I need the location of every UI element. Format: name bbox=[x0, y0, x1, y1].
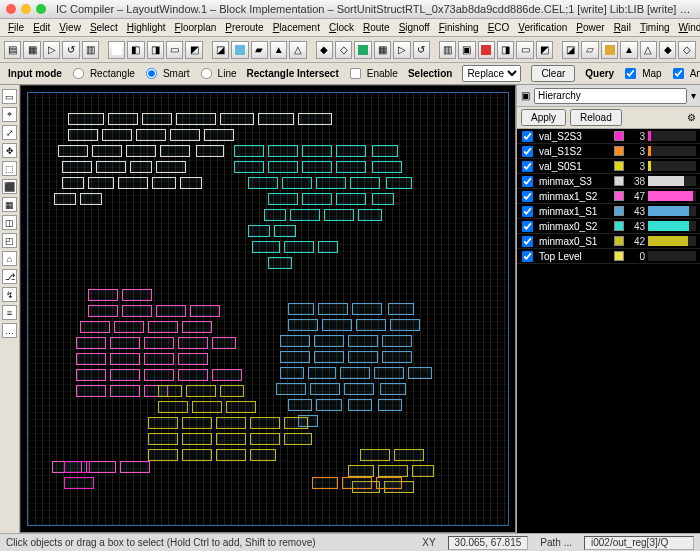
tool-button[interactable]: ▤ bbox=[4, 41, 21, 59]
layout-cell[interactable] bbox=[290, 209, 320, 221]
layout-cell[interactable] bbox=[62, 177, 84, 189]
tool-button[interactable]: ▭ bbox=[516, 41, 533, 59]
layout-cell[interactable] bbox=[282, 177, 312, 189]
layout-cell[interactable] bbox=[336, 145, 366, 157]
side-tool[interactable]: ▭ bbox=[2, 89, 17, 104]
side-tool[interactable]: ▦ bbox=[2, 197, 17, 212]
layout-cell[interactable] bbox=[386, 177, 412, 189]
layout-cell[interactable] bbox=[212, 337, 236, 349]
layout-cell[interactable] bbox=[64, 477, 94, 489]
hierarchy-row[interactable]: val_S2S33 bbox=[517, 129, 700, 144]
tool-button[interactable]: ↺ bbox=[413, 41, 430, 59]
layout-cell[interactable] bbox=[110, 369, 140, 381]
menu-eco[interactable]: ECO bbox=[484, 20, 514, 35]
layout-cell[interactable] bbox=[68, 129, 98, 141]
menu-window[interactable]: Window bbox=[675, 20, 700, 35]
layout-cell[interactable] bbox=[374, 367, 404, 379]
layout-cell[interactable] bbox=[80, 193, 102, 205]
layout-cell[interactable] bbox=[314, 351, 344, 363]
layout-cell[interactable] bbox=[234, 161, 264, 173]
clear-button[interactable]: Clear bbox=[531, 65, 575, 82]
layout-cell[interactable] bbox=[268, 161, 298, 173]
layout-cell[interactable] bbox=[322, 319, 352, 331]
layout-cell[interactable] bbox=[88, 289, 118, 301]
side-tool[interactable]: ⤢ bbox=[2, 125, 17, 140]
layout-cell[interactable] bbox=[248, 177, 278, 189]
layout-cell[interactable] bbox=[302, 193, 332, 205]
layout-cell[interactable] bbox=[196, 145, 224, 157]
layout-cell[interactable] bbox=[144, 337, 174, 349]
layout-cell[interactable] bbox=[156, 161, 186, 173]
layout-cell[interactable] bbox=[276, 383, 306, 395]
layout-cell[interactable] bbox=[284, 417, 308, 429]
layout-cell[interactable] bbox=[182, 417, 212, 429]
layout-cell[interactable] bbox=[178, 369, 208, 381]
layout-cell[interactable] bbox=[264, 209, 286, 221]
layout-cell[interactable] bbox=[308, 367, 336, 379]
layout-cell[interactable] bbox=[352, 303, 382, 315]
layout-cell[interactable] bbox=[378, 399, 402, 411]
layout-cell[interactable] bbox=[274, 225, 296, 237]
gear-icon[interactable]: ⚙ bbox=[687, 112, 696, 123]
row-toggle[interactable] bbox=[522, 205, 533, 216]
layout-cell[interactable] bbox=[372, 145, 398, 157]
layout-cell[interactable] bbox=[156, 305, 186, 317]
layout-cell[interactable] bbox=[250, 449, 276, 461]
menu-edit[interactable]: Edit bbox=[29, 20, 54, 35]
tool-button[interactable]: ▥ bbox=[439, 41, 456, 59]
line-radio[interactable]: Line bbox=[200, 67, 237, 80]
layout-cell[interactable] bbox=[144, 369, 174, 381]
menu-rail[interactable]: Rail bbox=[610, 20, 635, 35]
tool-button[interactable]: ◨ bbox=[147, 41, 164, 59]
layout-cell[interactable] bbox=[110, 353, 140, 365]
menu-file[interactable]: File bbox=[4, 20, 28, 35]
menu-select[interactable]: Select bbox=[86, 20, 122, 35]
close-icon[interactable] bbox=[6, 4, 16, 14]
layout-cell[interactable] bbox=[318, 303, 348, 315]
tool-button[interactable] bbox=[478, 41, 495, 59]
tool-button[interactable]: ◪ bbox=[562, 41, 579, 59]
hierarchy-title-field[interactable] bbox=[534, 88, 687, 104]
layout-cell[interactable] bbox=[190, 305, 220, 317]
layout-cell[interactable] bbox=[348, 399, 372, 411]
layout-cell[interactable] bbox=[336, 193, 366, 205]
menu-placement[interactable]: Placement bbox=[269, 20, 324, 35]
row-toggle[interactable] bbox=[522, 145, 533, 156]
layout-cell[interactable] bbox=[250, 417, 280, 429]
layout-cell[interactable] bbox=[388, 303, 414, 315]
layout-cell[interactable] bbox=[152, 177, 176, 189]
layout-cell[interactable] bbox=[252, 241, 280, 253]
layout-cell[interactable] bbox=[204, 129, 234, 141]
hierarchy-row[interactable]: Top Level0 bbox=[517, 249, 700, 264]
layout-cell[interactable] bbox=[76, 353, 106, 365]
layout-cell[interactable] bbox=[76, 385, 106, 397]
menu-route[interactable]: Route bbox=[359, 20, 394, 35]
layout-cell[interactable] bbox=[358, 209, 382, 221]
reload-button[interactable]: Reload bbox=[570, 109, 622, 126]
rectangle-radio[interactable]: Rectangle bbox=[72, 67, 135, 80]
tool-button[interactable]: ◇ bbox=[678, 41, 695, 59]
layout-cell[interactable] bbox=[268, 145, 298, 157]
menu-finishing[interactable]: Finishing bbox=[435, 20, 483, 35]
layout-cell[interactable] bbox=[178, 353, 208, 365]
hierarchy-row[interactable]: minmax0_S243 bbox=[517, 219, 700, 234]
tool-button[interactable]: ▷ bbox=[393, 41, 410, 59]
hierarchy-row[interactable]: minmax1_S143 bbox=[517, 204, 700, 219]
layout-canvas[interactable] bbox=[20, 85, 516, 533]
hierarchy-row[interactable]: val_S0S13 bbox=[517, 159, 700, 174]
layout-cell[interactable] bbox=[408, 367, 432, 379]
layout-cell[interactable] bbox=[158, 401, 188, 413]
apply-button[interactable]: Apply bbox=[521, 109, 566, 126]
row-toggle[interactable] bbox=[522, 130, 533, 141]
layout-cell[interactable] bbox=[148, 449, 178, 461]
layout-cell[interactable] bbox=[302, 145, 332, 157]
layout-cell[interactable] bbox=[344, 383, 374, 395]
layout-cell[interactable] bbox=[76, 369, 106, 381]
tool-button[interactable]: ▦ bbox=[23, 41, 40, 59]
menu-highlight[interactable]: Highlight bbox=[123, 20, 170, 35]
layout-cell[interactable] bbox=[376, 477, 402, 489]
layout-cell[interactable] bbox=[88, 177, 114, 189]
hierarchy-row[interactable]: minmax1_S247 bbox=[517, 189, 700, 204]
tool-button[interactable]: ▭ bbox=[166, 41, 183, 59]
menu-verification[interactable]: Verification bbox=[514, 20, 571, 35]
